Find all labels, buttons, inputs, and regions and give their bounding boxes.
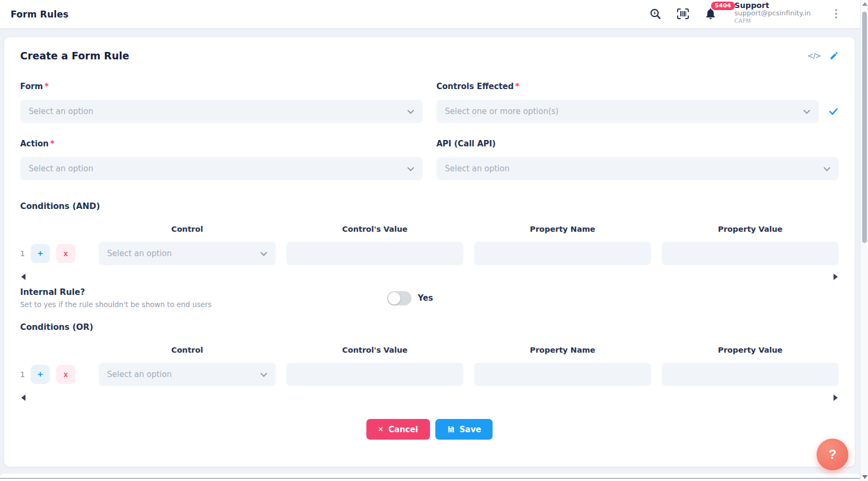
help-button[interactable]: ?	[817, 439, 848, 470]
column-header-controls-value: Control's Value	[286, 346, 463, 354]
user-name: Support	[734, 1, 811, 10]
action-field-label: Action*	[20, 139, 423, 148]
column-header-control: Control	[99, 225, 276, 233]
form-field-label: Form*	[20, 82, 423, 91]
edit-pencil-icon[interactable]	[829, 51, 839, 60]
vertical-scrollbar[interactable]	[860, 0, 868, 481]
chevron-down-icon	[407, 164, 414, 171]
controls-effected-label: Controls Effected*	[436, 82, 839, 91]
bottom-panel-divider	[0, 478, 860, 479]
scroll-right-icon[interactable]	[834, 395, 838, 401]
close-icon: ✕	[378, 425, 384, 433]
column-header-property-name: Property Name	[474, 225, 651, 233]
user-email: support@pcsinfinity.in	[734, 10, 811, 18]
and-property-name-input[interactable]	[474, 242, 651, 265]
conditions-or-title: Conditions (OR)	[20, 322, 839, 332]
topbar-actions: 5404 Support support@pcsinfinity.in CAFM	[648, 4, 840, 24]
scroll-left-icon[interactable]	[21, 274, 25, 280]
barcode-scan-icon[interactable]	[676, 7, 690, 21]
column-header-property-value: Property Value	[662, 225, 839, 233]
scrollbar-thumb[interactable]	[862, 12, 867, 243]
conditions-and-pagination	[21, 274, 838, 280]
notifications-bell-icon[interactable]: 5404	[704, 7, 717, 21]
scroll-right-icon[interactable]	[834, 274, 838, 280]
user-org: CAFM	[734, 18, 811, 24]
or-controls-value-input[interactable]	[286, 363, 463, 386]
app-screen: Form Rules	[0, 0, 868, 481]
top-header: Form Rules	[0, 0, 868, 29]
column-header-property-value: Property Value	[662, 346, 839, 354]
or-control-placeholder: Select an option	[107, 370, 172, 379]
and-controls-value-input[interactable]	[286, 242, 463, 265]
confirm-check-icon[interactable]	[828, 106, 839, 117]
conditions-or-pagination	[21, 395, 838, 401]
action-select-placeholder: Select an option	[29, 164, 93, 173]
add-condition-button[interactable]: +	[31, 244, 50, 263]
chevron-down-icon	[823, 164, 830, 171]
save-button[interactable]: Save	[435, 419, 493, 440]
chevron-down-icon	[260, 370, 267, 377]
remove-condition-button[interactable]: x	[56, 365, 75, 384]
column-header-property-name: Property Name	[474, 346, 651, 354]
create-form-rule-panel: Create a Form Rule </> Form* Select an o…	[4, 37, 855, 467]
form-actions: ✕ Cancel Save	[20, 419, 839, 440]
user-menu[interactable]: Support support@pcsinfinity.in CAFM	[734, 4, 811, 24]
row-number: 1	[20, 249, 24, 258]
scrollbar-up-arrow-icon[interactable]	[862, 2, 867, 6]
global-search-icon[interactable]	[648, 7, 662, 21]
or-control-select[interactable]: Select an option	[99, 363, 276, 386]
conditions-and-row: 1 + x Select an option	[20, 242, 839, 265]
form-select-placeholder: Select an option	[29, 107, 93, 116]
column-header-controls-value: Control's Value	[286, 225, 463, 233]
api-select[interactable]: Select an option	[436, 157, 839, 180]
internal-rule-label: Internal Rule?	[20, 287, 387, 297]
row-number: 1	[20, 370, 24, 379]
scroll-left-icon[interactable]	[21, 395, 25, 401]
api-select-placeholder: Select an option	[445, 164, 510, 173]
api-field-label: API (Call API)	[436, 139, 839, 148]
kebab-menu-icon[interactable]	[832, 7, 840, 21]
toggle-knob	[388, 292, 400, 304]
page-title: Form Rules	[11, 9, 68, 20]
form-select[interactable]: Select an option	[20, 100, 423, 123]
internal-rule-row: Internal Rule? Set to yes if the rule sh…	[20, 287, 839, 309]
chevron-down-icon	[407, 107, 414, 114]
save-disk-icon	[447, 425, 455, 433]
controls-effected-select[interactable]: Select one or more option(s)	[436, 100, 819, 123]
or-property-name-input[interactable]	[474, 363, 651, 386]
and-property-value-input[interactable]	[662, 242, 839, 265]
internal-rule-toggle[interactable]	[387, 291, 411, 305]
chevron-down-icon	[260, 249, 267, 256]
action-select[interactable]: Select an option	[20, 157, 423, 180]
internal-rule-helper: Set to yes if the rule shouldn't be show…	[20, 300, 387, 309]
column-header-control: Control	[99, 346, 276, 354]
chevron-down-icon	[803, 107, 810, 114]
or-property-value-input[interactable]	[662, 363, 839, 386]
remove-condition-button[interactable]: x	[56, 244, 75, 263]
conditions-and-title: Conditions (AND)	[20, 202, 839, 211]
and-control-placeholder: Select an option	[107, 249, 172, 258]
cancel-button[interactable]: ✕ Cancel	[366, 419, 430, 440]
conditions-or-header: Control Control's Value Property Name Pr…	[20, 346, 839, 354]
conditions-and-header: Control Control's Value Property Name Pr…	[20, 225, 839, 233]
internal-rule-toggle-label: Yes	[418, 293, 433, 303]
bottom-panel	[0, 474, 860, 481]
controls-effected-placeholder: Select one or more option(s)	[445, 107, 558, 116]
scrollbar-down-arrow-icon[interactable]	[862, 475, 867, 479]
and-control-select[interactable]: Select an option	[99, 242, 276, 265]
conditions-or-row: 1 + x Select an option	[20, 363, 839, 386]
panel-title: Create a Form Rule	[20, 50, 129, 62]
code-view-icon[interactable]: </>	[807, 51, 821, 60]
notification-count-badge: 5404	[711, 2, 735, 10]
add-condition-button[interactable]: +	[31, 365, 50, 384]
